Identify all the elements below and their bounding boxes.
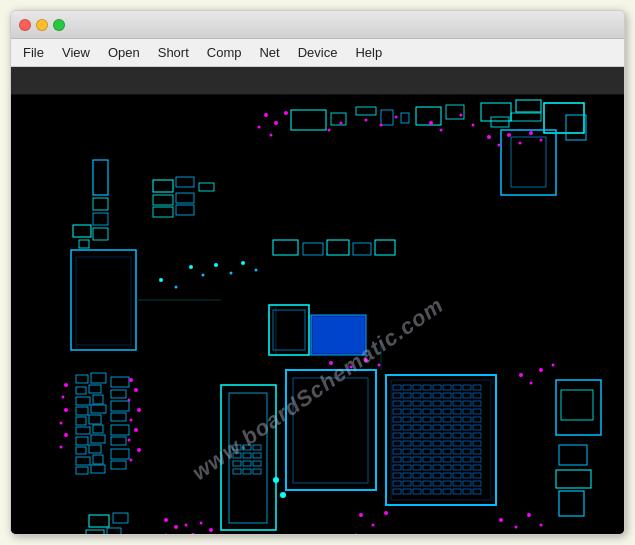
svg-point-16 <box>264 113 268 117</box>
svg-point-265 <box>202 274 205 277</box>
svg-point-71 <box>64 383 68 387</box>
svg-point-273 <box>280 492 286 498</box>
svg-point-26 <box>429 121 433 125</box>
svg-point-70 <box>130 459 133 462</box>
svg-point-63 <box>134 388 138 392</box>
svg-point-260 <box>499 518 503 522</box>
svg-point-249 <box>350 366 353 369</box>
svg-point-243 <box>185 524 188 527</box>
maximize-button[interactable] <box>53 19 65 31</box>
menu-bar: File View Open Short Comp Net Device Hel… <box>11 39 624 67</box>
svg-point-65 <box>137 408 141 412</box>
toolbar <box>11 67 624 95</box>
close-button[interactable] <box>19 19 31 31</box>
menu-short[interactable]: Short <box>150 42 197 63</box>
svg-point-239 <box>164 518 168 522</box>
svg-point-254 <box>539 368 543 372</box>
svg-point-253 <box>530 382 533 385</box>
svg-point-22 <box>340 122 343 125</box>
window-controls <box>19 19 65 31</box>
menu-device[interactable]: Device <box>290 42 346 63</box>
svg-point-66 <box>130 419 133 422</box>
menu-comp[interactable]: Comp <box>199 42 250 63</box>
svg-point-19 <box>258 126 261 129</box>
schematic-canvas-area[interactable]: www.boardSchematic.com <box>11 95 624 534</box>
svg-point-256 <box>359 513 363 517</box>
minimize-button[interactable] <box>36 19 48 31</box>
svg-point-274 <box>487 135 491 139</box>
menu-view[interactable]: View <box>54 42 98 63</box>
svg-point-258 <box>384 511 388 515</box>
title-bar <box>11 11 624 39</box>
schematic-svg <box>11 95 624 534</box>
svg-point-267 <box>230 272 233 275</box>
svg-point-69 <box>137 448 141 452</box>
svg-point-74 <box>60 422 63 425</box>
svg-point-248 <box>329 361 333 365</box>
svg-point-72 <box>62 396 65 399</box>
svg-point-67 <box>134 428 138 432</box>
svg-point-246 <box>209 528 213 532</box>
svg-point-250 <box>364 358 368 362</box>
svg-point-27 <box>440 129 443 132</box>
svg-point-272 <box>273 477 279 483</box>
svg-point-257 <box>372 524 375 527</box>
menu-help[interactable]: Help <box>347 42 390 63</box>
svg-point-64 <box>128 399 131 402</box>
svg-rect-96 <box>313 317 364 353</box>
svg-point-29 <box>472 124 475 127</box>
svg-point-76 <box>60 446 63 449</box>
svg-point-275 <box>498 144 501 147</box>
svg-point-262 <box>527 513 531 517</box>
svg-point-264 <box>189 265 193 269</box>
svg-point-68 <box>128 439 131 442</box>
svg-point-268 <box>241 261 245 265</box>
svg-point-245 <box>200 522 203 525</box>
svg-point-255 <box>552 364 555 367</box>
svg-point-276 <box>507 133 511 137</box>
svg-point-266 <box>214 263 218 267</box>
svg-point-261 <box>515 526 518 529</box>
svg-point-20 <box>270 134 273 137</box>
svg-point-73 <box>64 408 68 412</box>
main-window: File View Open Short Comp Net Device Hel… <box>10 10 625 535</box>
menu-file[interactable]: File <box>15 42 52 63</box>
menu-open[interactable]: Open <box>100 42 148 63</box>
svg-point-17 <box>274 121 278 125</box>
svg-point-251 <box>378 364 381 367</box>
svg-point-18 <box>284 111 288 115</box>
svg-point-62 <box>129 378 133 382</box>
svg-point-23 <box>365 119 368 122</box>
svg-point-252 <box>519 373 523 377</box>
svg-point-279 <box>540 139 543 142</box>
menu-net[interactable]: Net <box>251 42 287 63</box>
svg-point-270 <box>159 278 163 282</box>
svg-point-21 <box>328 129 331 132</box>
svg-point-269 <box>255 269 258 272</box>
svg-point-263 <box>540 524 543 527</box>
svg-point-25 <box>395 116 398 119</box>
svg-point-277 <box>519 142 522 145</box>
svg-point-24 <box>380 124 383 127</box>
svg-point-278 <box>529 131 533 135</box>
svg-point-28 <box>460 114 463 117</box>
svg-point-240 <box>174 525 178 529</box>
svg-point-271 <box>175 286 178 289</box>
svg-point-75 <box>64 433 68 437</box>
